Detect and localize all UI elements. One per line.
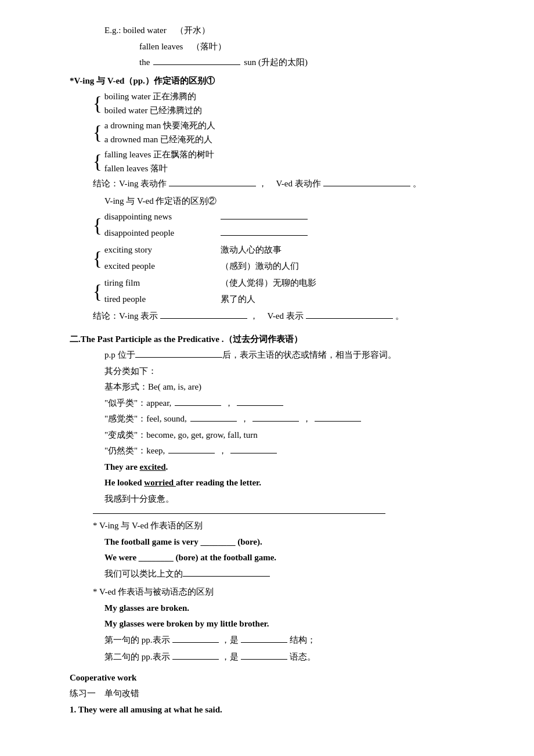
falling-lines: falling leaves 正在飘落的树叶 fallen leaves 落叶: [104, 147, 214, 175]
tiring-lines: tiring film （使人觉得）无聊的电影 tired people 累了的…: [104, 276, 316, 308]
diff3-section: * V-ing 与 V-ed 作表语的区别 The football game …: [70, 519, 488, 581]
pp-pos-line: p.p 位于 后，表示主语的状态或情绪，相当于形容词。: [70, 348, 488, 363]
excited-word: excited people: [104, 259, 221, 274]
pp-feel-comma1: ，: [240, 412, 249, 427]
ex-broken1: My glasses are broken.: [70, 601, 488, 616]
conclusion2: 结论：V-ing 表示 ， V-ed 表示 。: [70, 309, 488, 324]
conclusion2-mid: ， V-ed 表示: [250, 309, 303, 324]
drowning-group: { a drowning man 快要淹死的人 a drowned man 已经…: [70, 118, 488, 146]
pp-feel-blank1: [190, 413, 237, 422]
exercise-title: 练习一 单句改错: [70, 686, 488, 701]
bore2: We were ________ (bore) at the football …: [70, 550, 488, 566]
disappointing-group: { disappointing news disappointed people: [70, 210, 488, 242]
eg-section: E.g.: boiled water （开水） fallen leaves （落…: [70, 23, 488, 70]
excited-trans: （感到）激动的人们: [221, 259, 299, 274]
boiling-line: boiling water 正在沸腾的: [104, 89, 202, 103]
sent2-label: 第二句的 pp.表示: [104, 650, 170, 665]
the-blank: [153, 56, 240, 65]
disappointing-word: disappointing news: [104, 210, 221, 225]
pp-seem-blank2: [237, 397, 283, 406]
tiring-pair: tiring film （使人觉得）无聊的电影: [104, 276, 316, 291]
diff4-section: * V-ed 作表语与被动语态的区别 My glasses are broken…: [70, 585, 488, 665]
excited-pair: excited people （感到）激动的人们: [104, 259, 299, 274]
diff3-title: * V-ing 与 V-ed 作表语的区别: [70, 519, 488, 534]
conclusion2-label: 结论：V-ing 表示: [93, 309, 158, 324]
sent1-line: 第一句的 pp.表示 ，是 结构；: [70, 633, 488, 648]
pp-feel-blank2: [252, 413, 299, 422]
pp-feel-blank3: [315, 413, 361, 422]
pp-keep-line: "仍然类"：keep, ，: [70, 444, 488, 459]
disappointing-blank: [221, 211, 308, 219]
disappointed-blank: [221, 227, 308, 236]
tiring-word: tiring film: [104, 276, 221, 291]
pp-pos-blank: [135, 349, 222, 358]
tiring-group: { tiring film （使人觉得）无聊的电影 tired people 累…: [70, 276, 488, 308]
tiring-trans: （使人觉得）无聊的电影: [221, 276, 316, 291]
exciting-word: exciting story: [104, 243, 221, 258]
brace-icon3: {: [93, 152, 102, 171]
exciting-group: { exciting story 激动人心的故事 excited people …: [70, 243, 488, 275]
conclusion1-blank2: [323, 178, 410, 186]
ving-ved-title: *V-ing 与 V-ed（pp.）作定语的区别①: [70, 74, 488, 89]
ex-broken2: My glasses were broken by my little brot…: [70, 617, 488, 632]
drowning-lines: a drowning man 快要淹死的人 a drowned man 已经淹死…: [104, 118, 215, 146]
conclusion1-blank1: [169, 178, 256, 186]
diff2-title: V-ing 与 V-ed 作定语的区别②: [70, 194, 488, 209]
falling-group: { falling leaves 正在飘落的树叶 fallen leaves 落…: [70, 147, 488, 175]
pp-pos-label: p.p 位于: [104, 348, 135, 363]
pp-feel-comma2: ，: [302, 412, 311, 427]
eg-fallen: fallen leaves （落叶）: [104, 39, 488, 55]
coop-title: Cooperative work: [70, 671, 488, 686]
example2: He looked worried after reading the lett…: [70, 476, 488, 491]
pp-feel-line: "感觉类"：feel, sound, ， ，: [70, 412, 488, 427]
drowned-line: a drowned man 已经淹死的人: [104, 132, 215, 146]
sent1-end: 结构；: [290, 633, 316, 648]
pp-basic: 基本形式：Be( am, is, are): [70, 380, 488, 395]
example1: They are excited.: [70, 460, 488, 475]
sent1-mid: ，是: [221, 633, 239, 648]
worried-word: worried: [144, 478, 176, 487]
pp-keep-blank1: [168, 445, 215, 453]
conclusion1-end: 。: [413, 177, 421, 192]
diff4-title: * V-ed 作表语与被动语态的区别: [70, 585, 488, 600]
pp-keep-blank2: [230, 445, 277, 453]
sent1-label: 第一句的 pp.表示: [104, 633, 170, 648]
conclusion2-blank1: [160, 310, 247, 319]
conclusion1: 结论：V-ing 表动作 ， V-ed 表动作 。: [70, 177, 488, 192]
pp-classify: 其分类如下：: [70, 364, 488, 379]
pp-pos-after: 后，表示主语的状态或情绪，相当于形容词。: [222, 348, 396, 363]
section2-title: 二.The Past Participle as the Predicative…: [70, 332, 488, 347]
sent1-blank1: [172, 634, 219, 643]
disappointing-lines: disappointing news disappointed people: [104, 210, 308, 242]
disappointed-pair: disappointed people: [104, 226, 308, 241]
pp-keep-label: "仍然类"：keep,: [104, 444, 165, 459]
fallen-line: fallen leaves 落叶: [104, 161, 214, 175]
brace-icon5: {: [93, 249, 102, 268]
compare-label: 我们可以类比上文的: [104, 567, 183, 582]
brace-icon: {: [93, 94, 102, 113]
pp-seem-line: "似乎类"：appear, ，: [70, 396, 488, 411]
coop-section: Cooperative work 练习一 单句改错 1. They were a…: [70, 671, 488, 718]
sent1-blank2: [241, 634, 287, 643]
sent2-end: 语态。: [290, 650, 316, 665]
compare-line: 我们可以类比上文的: [70, 567, 488, 582]
pp-seem-label: "似乎类"：appear,: [104, 396, 171, 411]
compare-blank: [183, 568, 270, 577]
tired-trans: 累了的人: [221, 292, 316, 307]
document-content: E.g.: boiled water （开水） fallen leaves （落…: [70, 23, 488, 717]
exciting-pair: exciting story 激动人心的故事: [104, 243, 299, 258]
example1-text: They are excited.: [104, 462, 168, 471]
exercise1: 1. They were all amusing at what he said…: [70, 703, 488, 718]
conclusion2-end: 。: [395, 309, 404, 324]
boiling-lines: boiling water 正在沸腾的 boiled water 已经沸腾过的: [104, 89, 202, 117]
example3: 我感到十分疲惫。: [70, 492, 488, 507]
tired-pair: tired people 累了的人: [104, 292, 316, 307]
sent2-mid: ，是: [221, 650, 239, 665]
exciting-lines: exciting story 激动人心的故事 excited people （感…: [104, 243, 299, 275]
the-word: the: [139, 55, 150, 70]
pp-become: "变成类"：become, go, get, grow, fall, turn: [70, 428, 488, 443]
conclusion1-label: 结论：V-ing 表动作: [93, 177, 167, 192]
ving-ved-section1: *V-ing 与 V-ed（pp.）作定语的区别① { boiling wate…: [70, 74, 488, 324]
excited-underline: excited: [140, 462, 166, 471]
sent2-blank1: [172, 651, 219, 660]
